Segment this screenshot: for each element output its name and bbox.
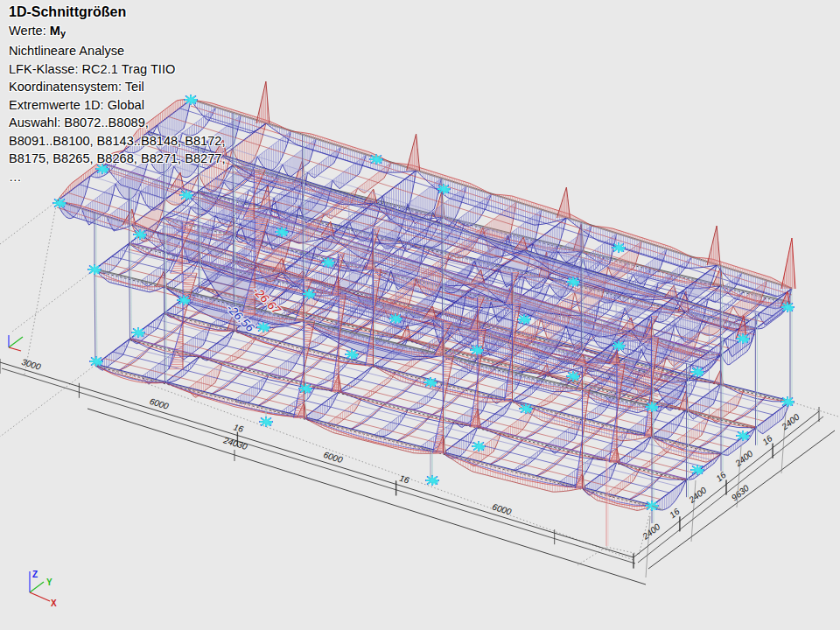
svg-text:Y: Y [46,578,52,587]
svg-text:Z: Z [32,570,38,579]
svg-text:X: X [51,598,57,608]
